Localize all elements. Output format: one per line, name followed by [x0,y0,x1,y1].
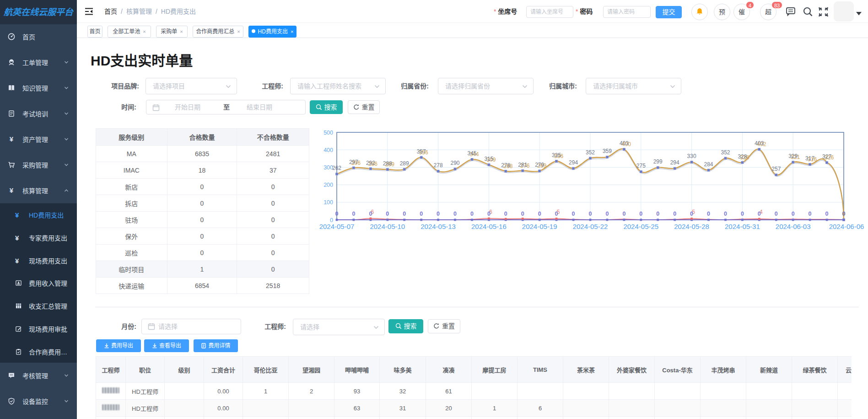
svg-text:278: 278 [434,162,443,169]
svg-text:2024-05-19: 2024-05-19 [522,223,557,230]
svg-text:0: 0 [487,211,491,217]
svg-text:327: 327 [822,153,831,160]
svg-text:2024-05-31: 2024-05-31 [725,223,760,230]
svg-text:0: 0 [809,211,812,217]
svg-text:403: 403 [620,140,629,147]
svg-text:328: 328 [738,153,747,160]
svg-text:279: 279 [535,162,544,168]
svg-text:299: 299 [653,158,663,165]
svg-text:294: 294 [569,159,578,166]
svg-text:278: 278 [501,162,510,169]
svg-text:290: 290 [450,160,459,166]
svg-text:2024-05-07: 2024-05-07 [319,223,355,230]
svg-text:2024-05-10: 2024-05-10 [370,223,405,230]
svg-text:0: 0 [437,211,440,217]
svg-text:0: 0 [470,211,474,217]
svg-text:0: 0 [673,211,676,217]
svg-text:0: 0 [403,211,406,217]
svg-text:2024-05-22: 2024-05-22 [573,223,608,230]
svg-text:330: 330 [687,153,696,159]
svg-text:0: 0 [420,211,423,217]
svg-text:288: 288 [383,160,392,167]
svg-text:0: 0 [622,211,625,217]
svg-text:2024-06-03: 2024-06-03 [776,223,811,230]
svg-text:294: 294 [670,159,679,166]
svg-text:284: 284 [704,161,713,168]
svg-text:359: 359 [603,148,612,154]
svg-text:315: 315 [484,156,493,162]
svg-text:0: 0 [335,211,339,217]
svg-text:0: 0 [589,211,592,217]
svg-text:403: 403 [755,140,764,147]
svg-text:0: 0 [792,211,795,217]
svg-text:0: 0 [386,211,389,217]
svg-text:292: 292 [366,160,375,166]
svg-text:0: 0 [724,211,727,217]
svg-text:0: 0 [352,211,355,217]
svg-text:317: 317 [805,155,814,162]
svg-text:0: 0 [690,211,693,217]
svg-text:200: 200 [323,182,333,188]
svg-text:262: 262 [332,165,341,171]
svg-text:352: 352 [586,149,595,156]
svg-text:281: 281 [518,162,527,168]
svg-text:2024-05-28: 2024-05-28 [674,223,709,230]
svg-text:357: 357 [417,148,426,155]
svg-text:275: 275 [636,163,646,169]
svg-text:2024-05-25: 2024-05-25 [623,223,658,230]
svg-text:300: 300 [323,164,333,171]
svg-text:0: 0 [538,211,541,217]
svg-text:0: 0 [521,211,524,217]
svg-text:0: 0 [605,211,609,217]
svg-text:500: 500 [323,130,333,136]
svg-text:2024-06-06: 2024-06-06 [829,223,864,230]
svg-text:0: 0 [453,211,457,217]
svg-text:100: 100 [323,199,333,206]
svg-text:257: 257 [771,166,781,172]
svg-text:0: 0 [842,211,846,217]
svg-text:0: 0 [555,211,558,217]
svg-text:0: 0 [775,211,778,217]
svg-text:0: 0 [572,211,575,217]
svg-text:329: 329 [788,153,798,159]
svg-text:0: 0 [639,211,642,217]
svg-text:289: 289 [400,160,409,167]
svg-text:352: 352 [721,149,730,156]
svg-text:297: 297 [349,159,358,165]
svg-text:2024-05-13: 2024-05-13 [421,223,456,230]
svg-text:0: 0 [758,211,761,217]
svg-text:2024-05-16: 2024-05-16 [471,223,507,230]
svg-text:0: 0 [825,211,829,217]
svg-text:0: 0 [656,211,659,217]
svg-text:345: 345 [467,150,476,157]
svg-text:0: 0 [369,211,372,217]
svg-text:335: 335 [552,152,561,158]
svg-text:400: 400 [323,147,333,153]
svg-text:0: 0 [741,211,744,217]
svg-text:0: 0 [504,211,507,217]
svg-text:0: 0 [707,211,710,217]
